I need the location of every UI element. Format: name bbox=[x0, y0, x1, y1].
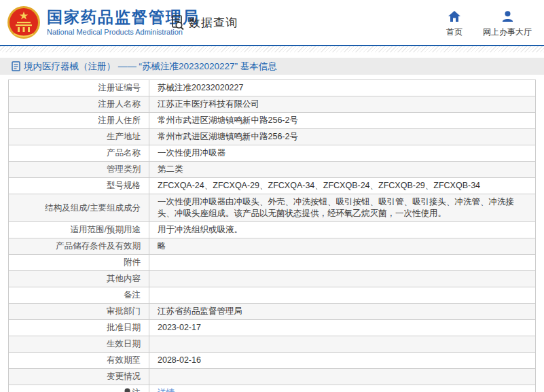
row-label: 有效期至 bbox=[9, 353, 149, 369]
table-row: 注详情 bbox=[9, 385, 536, 392]
row-label: 产品名称 bbox=[9, 145, 149, 162]
table-row: 附件 bbox=[9, 255, 536, 271]
row-value: 常州市武进区湖塘镇鸣新中路256-2号 bbox=[149, 113, 536, 129]
table-row: 产品储存条件及有效期略 bbox=[9, 238, 536, 255]
table-row: 其他内容 bbox=[9, 271, 536, 287]
table-row: 注册人住所常州市武进区湖塘镇鸣新中路256-2号 bbox=[9, 113, 536, 129]
row-label: 管理类别 bbox=[9, 162, 149, 178]
row-label: 产品储存条件及有效期 bbox=[9, 238, 149, 255]
row-label: 适用范围/预期用途 bbox=[9, 222, 149, 238]
row-value: 江苏正丰医疗科技有限公司 bbox=[149, 96, 536, 113]
row-label: 结构及组成/主要组成成分 bbox=[9, 194, 149, 222]
row-value: 常州市武进区湖塘镇鸣新中路256-2号 bbox=[149, 129, 536, 145]
details-link[interactable]: 详情 bbox=[158, 388, 175, 392]
row-label: 生产地址 bbox=[9, 129, 149, 145]
section-label: 数据查询 bbox=[189, 15, 238, 31]
table-row: 管理类别第二类 bbox=[9, 162, 536, 178]
section-data-query[interactable]: 数据查询 bbox=[170, 14, 238, 31]
table-row: 有效期至2028-02-16 bbox=[9, 353, 536, 369]
nav-service-hall[interactable]: 网上办事大厅 bbox=[483, 11, 532, 38]
doc-search-icon bbox=[170, 14, 186, 31]
page: 国家药品监督管理局 National Medical Products Admi… bbox=[0, 0, 544, 392]
hatched-strip bbox=[0, 46, 544, 52]
home-icon bbox=[448, 11, 460, 22]
user-icon bbox=[502, 11, 513, 22]
table-row: 审批部门江苏省药品监督管理局 bbox=[9, 304, 536, 320]
table-row: 生产地址常州市武进区湖塘镇鸣新中路256-2号 bbox=[9, 129, 536, 145]
row-label: 注册人名称 bbox=[9, 96, 149, 113]
row-value bbox=[149, 336, 536, 353]
nav-home[interactable]: 首页 bbox=[446, 11, 463, 38]
breadcrumb-text: 境内医疗器械（注册） —— “苏械注准20232020227” 基本信息 bbox=[24, 60, 277, 73]
nav-service-hall-label: 网上办事大厅 bbox=[483, 26, 532, 38]
national-emblem-logo bbox=[7, 5, 41, 39]
row-value: ZFCXQA-24、ZFCXQA-29、ZFCXQA-34、ZFCXQB-24、… bbox=[149, 178, 536, 194]
row-value: 详情 bbox=[149, 385, 536, 392]
row-label: 其他内容 bbox=[9, 271, 149, 287]
info-table: 注册证编号苏械注准20232020227注册人名称江苏正丰医疗科技有限公司注册人… bbox=[8, 79, 536, 392]
row-value: 2023-02-17 bbox=[149, 320, 536, 336]
nav-home-label: 首页 bbox=[446, 26, 463, 38]
row-value: 用于冲洗组织或吸液。 bbox=[149, 222, 536, 238]
header: 国家药品监督管理局 National Medical Products Admi… bbox=[0, 0, 544, 45]
row-value bbox=[149, 271, 536, 287]
table-row: 变更情况 bbox=[9, 369, 536, 385]
top-nav: 首页 网上办事大厅 bbox=[446, 11, 532, 38]
row-value: 江苏省药品监督管理局 bbox=[149, 304, 536, 320]
table-row: 产品名称一次性使用冲吸器 bbox=[9, 145, 536, 162]
row-label: 审批部门 bbox=[9, 304, 149, 320]
document-icon bbox=[12, 61, 20, 71]
table-row: 批准日期2023-02-17 bbox=[9, 320, 536, 336]
table-row: 结构及组成/主要组成成分一次性使用冲吸器由冲吸头、外壳、冲洗按钮、吸引按钮、吸引… bbox=[9, 194, 536, 222]
row-value: 苏械注准20232020227 bbox=[149, 80, 536, 96]
row-label: 备注 bbox=[9, 287, 149, 304]
table-row: 注册人名称江苏正丰医疗科技有限公司 bbox=[9, 96, 536, 113]
row-label: 型号规格 bbox=[9, 178, 149, 194]
row-value bbox=[149, 255, 536, 271]
row-label: 注册证编号 bbox=[9, 80, 149, 96]
row-value bbox=[149, 369, 536, 385]
table-row: 型号规格ZFCXQA-24、ZFCXQA-29、ZFCXQA-34、ZFCXQB… bbox=[9, 178, 536, 194]
row-label: 附件 bbox=[9, 255, 149, 271]
table-row: 备注 bbox=[9, 287, 536, 304]
row-value: 一次性使用冲吸器 bbox=[149, 145, 536, 162]
row-label: 生效日期 bbox=[9, 336, 149, 353]
row-label: 注册人住所 bbox=[9, 113, 149, 129]
row-label: 变更情况 bbox=[9, 369, 149, 385]
table-row: 适用范围/预期用途用于冲洗组织或吸液。 bbox=[9, 222, 536, 238]
row-value: 略 bbox=[149, 238, 536, 255]
row-value: 一次性使用冲吸器由冲吸头、外壳、冲洗按钮、吸引按钮、吸引管、吸引接头、冲洗管、冲… bbox=[149, 194, 536, 222]
table-row: 注册证编号苏械注准20232020227 bbox=[9, 80, 536, 96]
row-value: 第二类 bbox=[149, 162, 536, 178]
info-table-body: 注册证编号苏械注准20232020227注册人名称江苏正丰医疗科技有限公司注册人… bbox=[9, 80, 536, 392]
table-row: 生效日期 bbox=[9, 336, 536, 353]
pin-icon bbox=[124, 388, 131, 392]
row-label: 注 bbox=[9, 385, 149, 392]
breadcrumb: 境内医疗器械（注册） —— “苏械注准20232020227” 基本信息 bbox=[0, 58, 544, 75]
row-value: 2028-02-16 bbox=[149, 353, 536, 369]
row-label: 批准日期 bbox=[9, 320, 149, 336]
row-value bbox=[149, 287, 536, 304]
